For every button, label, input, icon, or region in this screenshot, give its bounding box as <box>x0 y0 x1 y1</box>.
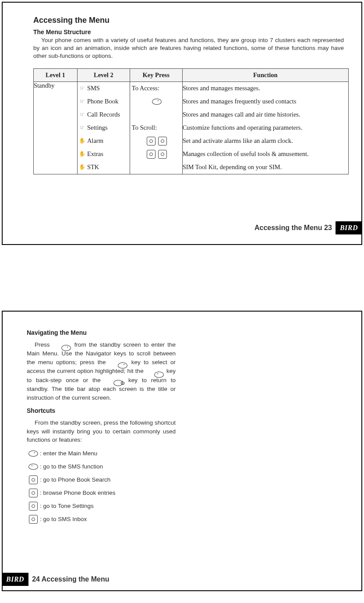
manual-page-23: Accessing the Menu The Menu Structure Yo… <box>2 2 362 245</box>
level2-cell: ☞SMS ☞Phone Book ☞Call Records ☞Settings… <box>77 82 130 174</box>
shortcut-row: : go to Tone Settings <box>27 500 337 513</box>
keypress-access: To Access: <box>132 85 159 92</box>
keypress-scroll: To Scroll: <box>132 124 157 131</box>
section-shortcuts: Shortcuts <box>27 407 337 414</box>
col-function: Function <box>182 68 348 82</box>
manual-page-24: Navigating the Menu Press from the stand… <box>2 311 362 591</box>
fn-stk: SIM Tool Kit, depending on your SIM. <box>183 163 282 171</box>
shortcut-row: : go to Phone Book Search <box>27 473 337 486</box>
l2-extras: Extras <box>87 150 103 158</box>
nav-right-icon <box>29 515 38 524</box>
col-level1: Level 1 <box>34 68 78 82</box>
fn-sms: Stores and manages messages. <box>183 85 260 92</box>
level1-value: Standby <box>34 82 55 89</box>
col-keypress: Key Press <box>130 68 182 82</box>
shortcut-label: : enter the Main Menu <box>40 450 97 457</box>
l2-stk: STK <box>87 163 99 171</box>
hand-icon: ✋ <box>78 164 87 170</box>
shortcuts-intro: From the standby screen, press the follo… <box>27 419 176 444</box>
softkey-right-icon <box>154 372 164 378</box>
l2-phonebook: Phone Book <box>87 98 118 105</box>
txt: Press <box>35 341 53 348</box>
l2-settings: Settings <box>87 124 108 131</box>
brand-logo: BIRD <box>2 573 28 586</box>
intro-paragraph: Your phone comes with a variety of usefu… <box>33 36 344 60</box>
shortcut-label: : go to Phone Book Search <box>40 476 110 483</box>
nav-left-icon <box>147 150 155 159</box>
shortcut-row: : go to SMS Inbox <box>27 513 337 526</box>
nav-up-icon <box>147 137 155 145</box>
col-level2: Level 2 <box>77 68 130 82</box>
l2-callrecords: Call Records <box>87 111 120 118</box>
softkey-left-icon <box>118 362 127 369</box>
shortcut-label: : go to the SMS function <box>40 463 103 470</box>
nav-down-icon <box>158 137 167 145</box>
level1-cell: Standby <box>34 82 78 174</box>
shortcut-label: : browse Phone Book entries <box>40 489 116 496</box>
l2-sms: SMS <box>87 85 100 92</box>
nav-down-icon <box>29 489 38 497</box>
footer-label: Accessing the Menu 23 <box>254 224 332 232</box>
softkey-left-icon <box>61 345 71 351</box>
function-cell: Stores and manages messages. Stores and … <box>182 82 348 174</box>
shortcut-list: : enter the Main Menu : go to the SMS fu… <box>27 447 337 526</box>
shortcut-row: : go to the SMS function <box>27 460 337 473</box>
section-subheading: The Menu Structure <box>33 28 348 35</box>
brand-logo: BIRD <box>336 221 362 234</box>
fn-phonebook: Stores and manages frequently used conta… <box>183 98 297 105</box>
keypress-cell: To Access: To Scroll: <box>130 82 182 174</box>
page-title: Accessing the Menu <box>33 16 348 25</box>
footer-label: 24 Accessing the Menu <box>32 575 109 583</box>
page-footer-24: BIRD 24 Accessing the Menu <box>2 573 109 586</box>
softkey-right-icon <box>28 464 38 470</box>
table-header-row: Level 1 Level 2 Key Press Function <box>34 68 349 82</box>
l2-alarm: Alarm <box>87 137 103 145</box>
nav-up-icon <box>29 475 38 484</box>
pointer-icon: ☞ <box>78 111 87 118</box>
shortcut-label: : go to SMS Inbox <box>40 516 87 522</box>
fn-settings: Customize functions and operating parame… <box>183 124 302 131</box>
section-navigating: Navigating the Menu <box>27 329 337 336</box>
hand-icon: ✋ <box>78 138 87 144</box>
end-key-icon: ⏻ <box>113 380 123 386</box>
pointer-icon: ☞ <box>78 85 87 92</box>
table-body-row: Standby ☞SMS ☞Phone Book ☞Call Records ☞… <box>34 82 349 174</box>
navigating-paragraph: Press from the standby screen to enter t… <box>27 341 176 402</box>
softkey-left-icon <box>152 99 162 105</box>
shortcut-row: : browse Phone Book entries <box>27 486 337 500</box>
txt: From the standby screen, press the follo… <box>27 419 176 444</box>
menu-structure-table: Level 1 Level 2 Key Press Function Stand… <box>33 68 349 174</box>
pointer-icon: ☞ <box>78 124 87 131</box>
pointer-icon: ☞ <box>78 98 87 105</box>
fn-callrecords: Stores and manages call and air time his… <box>183 111 300 118</box>
hand-icon: ✋ <box>78 151 87 157</box>
shortcut-label: : go to Tone Settings <box>40 503 94 509</box>
fn-alarm: Set and activate alarms like an alarm cl… <box>183 137 293 145</box>
shortcut-row: : enter the Main Menu <box>27 447 337 460</box>
nav-left-icon <box>29 502 38 511</box>
fn-extras: Manages collection of useful tools & amu… <box>183 150 309 158</box>
nav-right-icon <box>158 150 167 159</box>
page-footer-23: Accessing the Menu 23 BIRD <box>254 221 362 234</box>
softkey-left-icon <box>28 450 38 457</box>
